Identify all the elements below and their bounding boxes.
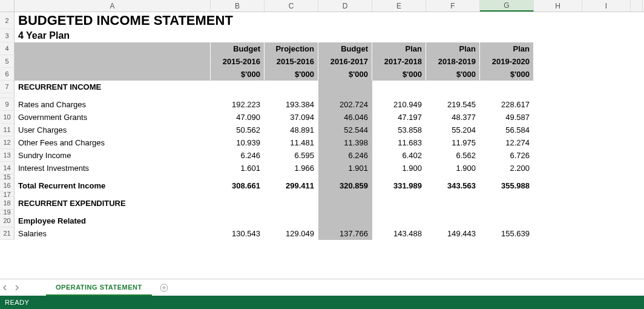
cell[interactable] xyxy=(318,197,372,210)
cell[interactable] xyxy=(534,214,582,227)
cell[interactable]: 331.989 xyxy=(372,179,426,192)
col-header-A[interactable]: A xyxy=(15,0,211,12)
cell[interactable] xyxy=(480,174,534,179)
cell[interactable] xyxy=(264,81,318,93)
cell[interactable] xyxy=(534,179,582,192)
cell[interactable] xyxy=(582,210,631,214)
cell[interactable]: Plan xyxy=(426,42,480,55)
cell[interactable]: 10.939 xyxy=(211,136,264,149)
row-header[interactable]: 12 xyxy=(0,136,15,149)
col-header-I[interactable]: I xyxy=(582,0,631,12)
tab-scroll-right[interactable] xyxy=(11,279,22,296)
col-header-J[interactable] xyxy=(631,0,643,12)
row-header[interactable]: 21 xyxy=(0,227,15,240)
cell[interactable]: 6.402 xyxy=(372,149,426,162)
row-header[interactable]: 10 xyxy=(0,111,15,124)
cell[interactable]: 55.204 xyxy=(426,124,480,136)
cell[interactable] xyxy=(426,197,480,210)
cell[interactable] xyxy=(372,192,426,197)
sheet-tab-active[interactable]: OPERATING STATEMENT xyxy=(46,279,152,296)
cell[interactable] xyxy=(480,81,534,93)
cell[interactable] xyxy=(480,192,534,197)
row-header[interactable]: 11 xyxy=(0,124,15,136)
cell[interactable]: 11.481 xyxy=(264,136,318,149)
cell[interactable]: Plan xyxy=(480,42,534,55)
row-header[interactable]: 19 xyxy=(0,210,15,214)
cell[interactable]: 192.223 xyxy=(211,98,264,111)
row-header[interactable]: 9 xyxy=(0,98,15,111)
cell[interactable]: 11.975 xyxy=(426,136,480,149)
cell[interactable]: User Charges xyxy=(15,124,211,136)
add-sheet-button[interactable] xyxy=(157,281,171,295)
cell[interactable] xyxy=(480,210,534,214)
cell[interactable] xyxy=(318,192,372,197)
cell[interactable] xyxy=(264,214,318,227)
cell[interactable]: 6.246 xyxy=(211,149,264,162)
col-header-E[interactable]: E xyxy=(372,0,426,12)
cell[interactable]: 11.398 xyxy=(318,136,372,149)
cell[interactable] xyxy=(480,197,534,210)
cell[interactable]: 1.966 xyxy=(264,162,318,174)
cell[interactable]: Rates and Charges xyxy=(15,98,211,111)
cell[interactable] xyxy=(582,93,631,98)
cell[interactable] xyxy=(15,192,211,197)
cell[interactable]: 210.949 xyxy=(372,98,426,111)
cell[interactable] xyxy=(318,210,372,214)
cell[interactable] xyxy=(372,93,426,98)
cell[interactable] xyxy=(534,227,582,240)
cell[interactable] xyxy=(426,214,480,227)
cell[interactable]: 202.724 xyxy=(318,98,372,111)
cell[interactable] xyxy=(426,174,480,179)
cell[interactable] xyxy=(264,197,318,210)
cell[interactable]: 11.683 xyxy=(372,136,426,149)
cell[interactable] xyxy=(582,174,631,179)
cell[interactable] xyxy=(15,55,211,68)
cell[interactable]: 2018-2019 xyxy=(426,55,480,68)
cell[interactable]: 50.562 xyxy=(211,124,264,136)
cell[interactable]: 2016-2017 xyxy=(318,55,372,68)
section-heading[interactable]: RECURRENT EXPENDITURE xyxy=(15,197,211,210)
cell[interactable]: 47.197 xyxy=(372,111,426,124)
col-header-D[interactable]: D xyxy=(318,0,372,12)
cell[interactable]: $'000 xyxy=(372,68,426,81)
cell[interactable]: 130.543 xyxy=(211,227,264,240)
cell[interactable] xyxy=(211,197,264,210)
cell[interactable]: Interest Investments xyxy=(15,162,211,174)
section-heading[interactable]: Employee Related xyxy=(15,214,211,227)
cell[interactable] xyxy=(372,174,426,179)
cell[interactable] xyxy=(582,68,631,81)
col-header-C[interactable]: C xyxy=(264,0,318,12)
cell[interactable] xyxy=(426,81,480,93)
cell[interactable] xyxy=(534,197,582,210)
cell[interactable] xyxy=(426,93,480,98)
cell[interactable]: 228.617 xyxy=(480,98,534,111)
cell[interactable] xyxy=(582,136,631,149)
cell[interactable] xyxy=(534,192,582,197)
cell[interactable] xyxy=(480,93,534,98)
cell[interactable]: 48.377 xyxy=(426,111,480,124)
select-all-corner[interactable] xyxy=(0,0,15,12)
cell[interactable] xyxy=(372,210,426,214)
row-header[interactable]: 5 xyxy=(0,55,15,68)
cell[interactable]: 137.766 xyxy=(318,227,372,240)
cell[interactable]: 129.049 xyxy=(264,227,318,240)
cell[interactable]: 6.726 xyxy=(480,149,534,162)
cell[interactable]: 299.411 xyxy=(264,179,318,192)
col-header-H[interactable]: H xyxy=(534,0,582,12)
row-header[interactable]: 2 xyxy=(0,12,15,29)
row-header[interactable] xyxy=(0,93,15,98)
cell[interactable] xyxy=(534,93,582,98)
cell[interactable] xyxy=(534,174,582,179)
cell[interactable] xyxy=(534,68,582,81)
cell[interactable] xyxy=(426,210,480,214)
col-header-G[interactable]: G xyxy=(480,0,534,12)
cell[interactable] xyxy=(372,214,426,227)
cell[interactable] xyxy=(534,98,582,111)
cell[interactable]: 2019-2020 xyxy=(480,55,534,68)
cell[interactable] xyxy=(582,214,631,227)
cell[interactable]: 343.563 xyxy=(426,179,480,192)
cell[interactable]: 56.584 xyxy=(480,124,534,136)
cell[interactable] xyxy=(534,111,582,124)
cell[interactable]: 219.545 xyxy=(426,98,480,111)
cell[interactable] xyxy=(318,81,372,93)
